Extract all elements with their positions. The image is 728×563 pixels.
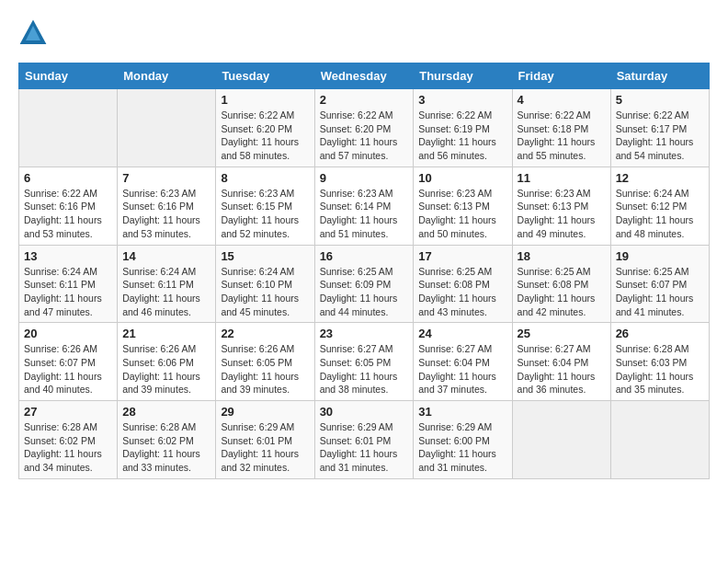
calendar-cell: 3Sunrise: 6:22 AM Sunset: 6:19 PM Daylig… bbox=[414, 89, 512, 167]
day-number: 24 bbox=[418, 327, 506, 340]
day-info: Sunrise: 6:23 AM Sunset: 6:16 PM Dayligh… bbox=[122, 187, 210, 241]
day-number: 29 bbox=[221, 405, 309, 419]
calendar-cell: 8Sunrise: 6:23 AM Sunset: 6:15 PM Daylig… bbox=[216, 167, 314, 245]
day-number: 17 bbox=[418, 249, 506, 263]
day-number: 3 bbox=[418, 93, 506, 107]
page-header bbox=[18, 18, 710, 48]
calendar-cell bbox=[19, 89, 118, 167]
day-number: 11 bbox=[518, 171, 606, 185]
calendar-cell: 2Sunrise: 6:22 AM Sunset: 6:20 PM Daylig… bbox=[314, 89, 414, 167]
day-info: Sunrise: 6:22 AM Sunset: 6:19 PM Dayligh… bbox=[418, 109, 506, 163]
day-number: 27 bbox=[24, 405, 112, 419]
day-info: Sunrise: 6:22 AM Sunset: 6:20 PM Dayligh… bbox=[320, 109, 409, 163]
day-info: Sunrise: 6:27 AM Sunset: 6:05 PM Dayligh… bbox=[320, 342, 409, 396]
day-info: Sunrise: 6:26 AM Sunset: 6:06 PM Dayligh… bbox=[122, 342, 210, 396]
day-number: 10 bbox=[418, 171, 506, 185]
day-info: Sunrise: 6:24 AM Sunset: 6:11 PM Dayligh… bbox=[122, 265, 210, 319]
week-row-5: 27Sunrise: 6:28 AM Sunset: 6:02 PM Dayli… bbox=[19, 401, 710, 479]
day-number: 7 bbox=[122, 171, 210, 185]
day-number: 16 bbox=[320, 249, 409, 263]
calendar-cell: 7Sunrise: 6:23 AM Sunset: 6:16 PM Daylig… bbox=[118, 167, 216, 245]
day-info: Sunrise: 6:22 AM Sunset: 6:16 PM Dayligh… bbox=[24, 187, 112, 241]
calendar-cell: 22Sunrise: 6:26 AM Sunset: 6:05 PM Dayli… bbox=[216, 323, 314, 401]
calendar-cell: 10Sunrise: 6:23 AM Sunset: 6:13 PM Dayli… bbox=[414, 167, 512, 245]
day-number: 8 bbox=[221, 171, 309, 185]
calendar-cell: 30Sunrise: 6:29 AM Sunset: 6:01 PM Dayli… bbox=[314, 401, 414, 479]
week-row-3: 13Sunrise: 6:24 AM Sunset: 6:11 PM Dayli… bbox=[19, 245, 710, 323]
day-info: Sunrise: 6:22 AM Sunset: 6:17 PM Dayligh… bbox=[616, 109, 704, 163]
day-info: Sunrise: 6:23 AM Sunset: 6:14 PM Dayligh… bbox=[320, 187, 409, 241]
calendar-cell bbox=[118, 89, 216, 167]
day-info: Sunrise: 6:28 AM Sunset: 6:03 PM Dayligh… bbox=[616, 342, 704, 396]
calendar-cell: 25Sunrise: 6:27 AM Sunset: 6:04 PM Dayli… bbox=[512, 323, 610, 401]
day-info: Sunrise: 6:24 AM Sunset: 6:10 PM Dayligh… bbox=[221, 265, 309, 319]
header-tuesday: Tuesday bbox=[216, 63, 314, 89]
day-number: 4 bbox=[518, 93, 606, 107]
day-number: 9 bbox=[320, 171, 409, 185]
calendar-cell: 27Sunrise: 6:28 AM Sunset: 6:02 PM Dayli… bbox=[19, 401, 118, 479]
calendar: SundayMondayTuesdayWednesdayThursdayFrid… bbox=[18, 63, 710, 479]
header-sunday: Sunday bbox=[19, 63, 118, 89]
day-number: 13 bbox=[24, 249, 112, 263]
calendar-cell bbox=[610, 401, 709, 479]
calendar-cell: 19Sunrise: 6:25 AM Sunset: 6:07 PM Dayli… bbox=[610, 245, 709, 323]
calendar-cell: 31Sunrise: 6:29 AM Sunset: 6:00 PM Dayli… bbox=[414, 401, 512, 479]
header-monday: Monday bbox=[118, 63, 216, 89]
week-row-2: 6Sunrise: 6:22 AM Sunset: 6:16 PM Daylig… bbox=[19, 167, 710, 245]
day-info: Sunrise: 6:24 AM Sunset: 6:11 PM Dayligh… bbox=[24, 265, 112, 319]
week-row-4: 20Sunrise: 6:26 AM Sunset: 6:07 PM Dayli… bbox=[19, 323, 710, 401]
day-number: 25 bbox=[518, 327, 606, 340]
day-info: Sunrise: 6:24 AM Sunset: 6:12 PM Dayligh… bbox=[616, 187, 704, 241]
calendar-cell: 28Sunrise: 6:28 AM Sunset: 6:02 PM Dayli… bbox=[118, 401, 216, 479]
calendar-cell: 23Sunrise: 6:27 AM Sunset: 6:05 PM Dayli… bbox=[314, 323, 414, 401]
calendar-cell: 12Sunrise: 6:24 AM Sunset: 6:12 PM Dayli… bbox=[610, 167, 709, 245]
day-info: Sunrise: 6:27 AM Sunset: 6:04 PM Dayligh… bbox=[518, 342, 606, 396]
calendar-cell: 18Sunrise: 6:25 AM Sunset: 6:08 PM Dayli… bbox=[512, 245, 610, 323]
logo-icon bbox=[18, 18, 48, 48]
day-number: 26 bbox=[616, 327, 704, 340]
day-number: 28 bbox=[122, 405, 210, 419]
day-number: 5 bbox=[616, 93, 704, 107]
day-info: Sunrise: 6:25 AM Sunset: 6:07 PM Dayligh… bbox=[616, 265, 704, 319]
day-info: Sunrise: 6:29 AM Sunset: 6:01 PM Dayligh… bbox=[221, 420, 309, 475]
calendar-cell bbox=[512, 401, 610, 479]
calendar-cell: 14Sunrise: 6:24 AM Sunset: 6:11 PM Dayli… bbox=[118, 245, 216, 323]
calendar-cell: 29Sunrise: 6:29 AM Sunset: 6:01 PM Dayli… bbox=[216, 401, 314, 479]
day-info: Sunrise: 6:29 AM Sunset: 6:01 PM Dayligh… bbox=[320, 420, 409, 475]
day-number: 21 bbox=[122, 327, 210, 340]
day-number: 31 bbox=[418, 405, 506, 419]
day-info: Sunrise: 6:27 AM Sunset: 6:04 PM Dayligh… bbox=[418, 342, 506, 396]
calendar-cell: 15Sunrise: 6:24 AM Sunset: 6:10 PM Dayli… bbox=[216, 245, 314, 323]
calendar-cell: 13Sunrise: 6:24 AM Sunset: 6:11 PM Dayli… bbox=[19, 245, 118, 323]
day-number: 30 bbox=[320, 405, 409, 419]
day-info: Sunrise: 6:25 AM Sunset: 6:08 PM Dayligh… bbox=[418, 265, 506, 319]
calendar-cell: 20Sunrise: 6:26 AM Sunset: 6:07 PM Dayli… bbox=[19, 323, 118, 401]
calendar-cell: 11Sunrise: 6:23 AM Sunset: 6:13 PM Dayli… bbox=[512, 167, 610, 245]
logo bbox=[18, 18, 51, 48]
day-info: Sunrise: 6:22 AM Sunset: 6:20 PM Dayligh… bbox=[221, 109, 309, 163]
header-friday: Friday bbox=[512, 63, 610, 89]
day-info: Sunrise: 6:23 AM Sunset: 6:15 PM Dayligh… bbox=[221, 187, 309, 241]
day-info: Sunrise: 6:25 AM Sunset: 6:09 PM Dayligh… bbox=[320, 265, 409, 319]
day-number: 19 bbox=[616, 249, 704, 263]
header-wednesday: Wednesday bbox=[314, 63, 414, 89]
header-thursday: Thursday bbox=[414, 63, 512, 89]
header-saturday: Saturday bbox=[610, 63, 709, 89]
day-number: 20 bbox=[24, 327, 112, 340]
calendar-cell: 21Sunrise: 6:26 AM Sunset: 6:06 PM Dayli… bbox=[118, 323, 216, 401]
day-info: Sunrise: 6:28 AM Sunset: 6:02 PM Dayligh… bbox=[122, 420, 210, 475]
day-number: 15 bbox=[221, 249, 309, 263]
calendar-cell: 5Sunrise: 6:22 AM Sunset: 6:17 PM Daylig… bbox=[610, 89, 709, 167]
day-number: 6 bbox=[24, 171, 112, 185]
calendar-cell: 9Sunrise: 6:23 AM Sunset: 6:14 PM Daylig… bbox=[314, 167, 414, 245]
day-number: 12 bbox=[616, 171, 704, 185]
calendar-cell: 1Sunrise: 6:22 AM Sunset: 6:20 PM Daylig… bbox=[216, 89, 314, 167]
day-info: Sunrise: 6:23 AM Sunset: 6:13 PM Dayligh… bbox=[418, 187, 506, 241]
day-number: 18 bbox=[518, 249, 606, 263]
day-info: Sunrise: 6:26 AM Sunset: 6:05 PM Dayligh… bbox=[221, 342, 309, 396]
day-number: 14 bbox=[122, 249, 210, 263]
day-info: Sunrise: 6:28 AM Sunset: 6:02 PM Dayligh… bbox=[24, 420, 112, 475]
day-info: Sunrise: 6:22 AM Sunset: 6:18 PM Dayligh… bbox=[518, 109, 606, 163]
calendar-cell: 4Sunrise: 6:22 AM Sunset: 6:18 PM Daylig… bbox=[512, 89, 610, 167]
day-number: 23 bbox=[320, 327, 409, 340]
